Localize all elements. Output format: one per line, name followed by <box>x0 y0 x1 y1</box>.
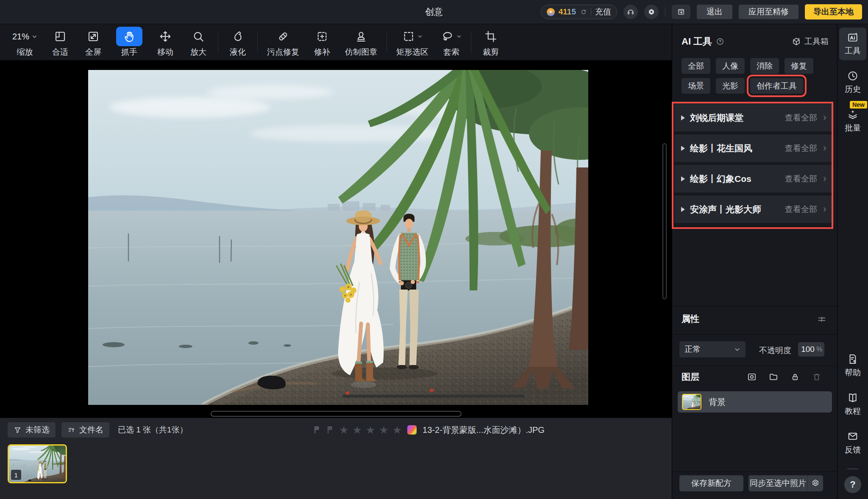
left-column: 21% 缩放 合适 全屏 抓手 移动 <box>0 24 672 499</box>
new-badge: New <box>850 101 867 109</box>
tool-move[interactable]: 移动 <box>155 27 175 58</box>
divider <box>387 32 387 53</box>
toolbox-button[interactable]: 工具箱 <box>792 36 829 47</box>
rail-feedback[interactable]: 反馈 <box>839 427 866 459</box>
tool-lasso[interactable]: 套索 <box>441 27 462 58</box>
tab-remove[interactable]: 消除 <box>750 58 779 74</box>
canvas[interactable] <box>0 61 672 418</box>
save-recipe-button[interactable]: 保存新配方 <box>679 475 743 491</box>
rail-history[interactable]: 历史 <box>839 66 866 99</box>
help-button[interactable]: ? <box>844 476 861 493</box>
tool-liquify[interactable]: 液化 <box>228 27 248 58</box>
tab-repair[interactable]: 修复 <box>785 58 813 74</box>
tool-fit[interactable]: 合适 <box>50 27 70 58</box>
group-layers-button[interactable] <box>768 372 779 382</box>
chevron-down-icon[interactable] <box>456 34 462 39</box>
filter-button[interactable]: 未筛选 <box>8 422 56 438</box>
headphone-icon <box>626 8 635 16</box>
tool-clone-stamp[interactable]: 仿制图章 <box>345 27 377 58</box>
chevron-right-icon <box>821 145 828 152</box>
rail-batch[interactable]: New 批量 <box>839 105 866 137</box>
star-icon[interactable]: ★ <box>366 425 375 435</box>
view-all-link[interactable]: 查看全部 <box>785 112 828 123</box>
fullscreen-icon <box>87 30 100 43</box>
rail-tools[interactable]: 工具 <box>839 28 866 60</box>
blend-mode-select[interactable]: 正常 <box>679 341 746 357</box>
horizontal-scrollbar[interactable] <box>211 411 462 417</box>
apply-refine-button[interactable]: 应用至精修 <box>739 5 798 19</box>
divider <box>471 32 471 53</box>
sliders-button[interactable] <box>817 314 827 324</box>
funnel-icon <box>14 426 22 434</box>
toolbar: 21% 缩放 合适 全屏 抓手 移动 <box>0 24 672 61</box>
tool-fullscreen[interactable]: 全屏 <box>83 27 103 58</box>
star-icon[interactable]: ★ <box>339 425 348 435</box>
sync-selected-button[interactable]: 同步至选中照片 <box>748 475 807 491</box>
export-local-button[interactable]: 导出至本地 <box>805 4 862 20</box>
group-row[interactable]: 安涂声丨光影大师 查看全部 <box>674 195 834 223</box>
help-circle-icon[interactable] <box>716 37 724 46</box>
tab-lighting[interactable]: 光影 <box>716 78 745 94</box>
view-all-link[interactable]: 查看全部 <box>785 173 828 184</box>
divider <box>672 306 837 307</box>
tab-all[interactable]: 全部 <box>682 58 710 74</box>
chevron-right-icon <box>821 176 828 182</box>
star-icon[interactable]: ★ <box>379 425 388 435</box>
credits-pill[interactable]: ✦ 4115 充值 <box>541 5 617 19</box>
filmstrip-thumbnail[interactable]: 1 <box>8 444 67 483</box>
view-all-link[interactable]: 查看全部 <box>785 143 828 154</box>
tab-portrait[interactable]: 人像 <box>716 58 745 74</box>
credits-count: 4115 <box>559 7 576 17</box>
settings-button[interactable] <box>644 5 659 19</box>
magnifier-icon <box>192 30 205 43</box>
star-icon[interactable]: ★ <box>352 425 362 435</box>
vertical-scrollbar[interactable] <box>662 143 667 299</box>
divider <box>672 334 837 335</box>
collapse-panel-button[interactable] <box>672 5 690 19</box>
flag-reject-icon[interactable] <box>326 425 335 435</box>
triangle-right-icon <box>681 176 685 181</box>
trash-icon <box>812 372 822 382</box>
add-mask-button[interactable] <box>747 372 757 382</box>
opacity-input[interactable] <box>800 345 815 354</box>
ai-tools-icon <box>847 31 859 43</box>
triangle-right-icon <box>681 207 685 212</box>
sync-group: 同步至选中照片 <box>748 475 823 491</box>
group-row[interactable]: 绘影丨幻象Cos 查看全部 <box>674 165 834 192</box>
opacity-field[interactable]: % <box>798 342 824 357</box>
support-button[interactable] <box>623 5 638 19</box>
group-row[interactable]: 绘影丨花生国风 查看全部 <box>674 134 834 162</box>
batch-layers-icon <box>847 109 859 120</box>
doc-question-icon <box>847 353 859 365</box>
chevron-down-icon[interactable] <box>417 34 423 39</box>
flag-check-icon[interactable] <box>313 425 322 435</box>
tab-creator-tools[interactable]: 创作者工具 <box>750 78 803 94</box>
tool-zoom-in[interactable]: 放大 <box>188 27 209 58</box>
group-row[interactable]: 刘锐后期课堂 查看全部 <box>674 104 834 131</box>
sync-settings-button[interactable] <box>807 475 823 491</box>
photo[interactable] <box>88 70 588 405</box>
tool-spot-heal[interactable]: 污点修复 <box>267 27 299 58</box>
rail-help[interactable]: 帮助 <box>839 349 866 382</box>
delete-layer-button[interactable] <box>812 372 822 382</box>
sort-button[interactable]: 文件名 <box>61 422 109 438</box>
star-icon[interactable]: ★ <box>392 425 402 435</box>
zoom-control[interactable]: 21% 缩放 <box>12 27 37 58</box>
divider <box>218 32 218 53</box>
exit-button[interactable]: 退出 <box>697 5 732 19</box>
sort-icon <box>67 426 75 434</box>
tool-patch[interactable]: 修补 <box>312 27 332 58</box>
refresh-icon[interactable] <box>580 8 587 16</box>
rail-tutorial[interactable]: 教程 <box>839 388 866 421</box>
hand-icon <box>123 30 136 43</box>
tab-scene[interactable]: 场景 <box>682 78 710 94</box>
tool-rect-select[interactable]: 矩形选区 <box>396 27 428 58</box>
color-label-chip[interactable] <box>407 425 417 435</box>
lock-layer-button[interactable] <box>790 372 800 382</box>
layer-row-background[interactable]: 背景 <box>678 391 832 413</box>
recharge-button[interactable]: 充值 <box>595 6 611 17</box>
tool-crop[interactable]: 裁剪 <box>481 27 501 58</box>
divider <box>672 366 837 366</box>
view-all-link[interactable]: 查看全部 <box>785 204 828 215</box>
tool-hand[interactable]: 抓手 <box>116 27 142 58</box>
